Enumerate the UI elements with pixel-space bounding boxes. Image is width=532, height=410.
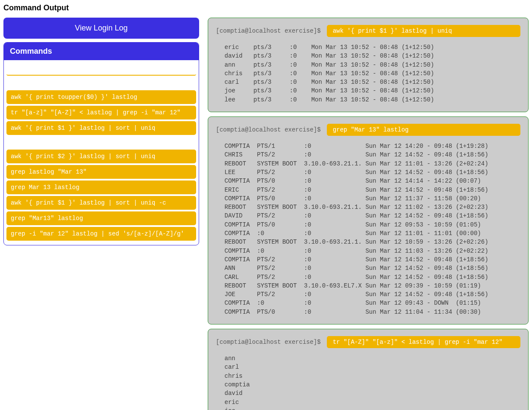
dropped-command[interactable]: grep "Mar 13" lastlog xyxy=(327,124,520,136)
commands-body: awk '{ print toupper($0) }' lastlog tr "… xyxy=(4,60,199,245)
command-chip[interactable]: grep "Mar13" lastlog xyxy=(6,211,196,225)
command-chip[interactable]: awk '{ print $1 }' lastlog | sort | uniq… xyxy=(6,196,196,210)
shell-prompt: [comptia@localhost exercise]$ xyxy=(216,126,321,133)
commands-panel: Commands awk '{ print toupper($0) }' las… xyxy=(3,42,199,245)
terminal-output: COMPTIA PTS/1 :0 Sun Mar 12 14:20 - 09:4… xyxy=(216,142,520,316)
command-chip[interactable]: awk '{ print toupper($0) }' lastlog xyxy=(6,90,196,104)
terminal-block: [comptia@localhost exercise]$ tr "[A-Z]"… xyxy=(208,329,529,410)
terminal-block: [comptia@localhost exercise]$ grep "Mar … xyxy=(208,116,529,324)
page-title: Command Output xyxy=(3,3,529,12)
command-chip[interactable]: awk '{ print $2 }' lastlog | sort | uniq xyxy=(6,150,196,163)
terminal-output: eric pts/3 :0 Mon Mar 13 10:52 - 08:48 (… xyxy=(216,43,520,104)
view-login-log-button[interactable]: View Login Log xyxy=(3,18,199,39)
dropped-command[interactable]: tr "[A-Z]" "[a-z]" < lastlog | grep -i "… xyxy=(327,336,520,348)
shell-prompt: [comptia@localhost exercise]$ xyxy=(216,339,321,346)
terminal-block: [comptia@localhost exercise]$ awk '{ pri… xyxy=(208,18,529,112)
command-chip[interactable]: tr "[a-z]" "[A-Z]" < lastlog | grep -i "… xyxy=(6,106,196,119)
drop-slot[interactable] xyxy=(6,64,196,76)
commands-header: Commands xyxy=(4,43,199,60)
drop-slot[interactable] xyxy=(6,77,196,89)
command-chip[interactable]: grep -i "mar 12" lastlog | sed 's/[a-z]/… xyxy=(6,227,196,241)
command-chip[interactable]: grep lastlog "Mar 13" xyxy=(6,165,196,179)
dropped-command[interactable]: awk '{ print $1 }' lastlog | uniq xyxy=(327,25,520,37)
terminal-output: ann carl chris comptia david eric joe le… xyxy=(216,354,520,410)
shell-prompt: [comptia@localhost exercise]$ xyxy=(216,28,321,34)
command-chip[interactable]: awk '{ print $1 }' lastlog | sort | uniq xyxy=(6,121,196,135)
drop-slot[interactable] xyxy=(6,137,196,148)
command-chip[interactable]: grep Mar 13 lastlog xyxy=(6,181,196,194)
